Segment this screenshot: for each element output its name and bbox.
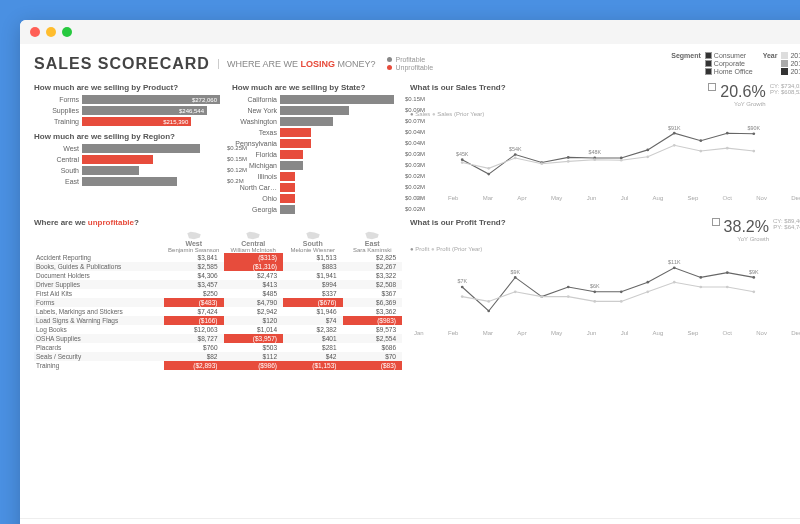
table-row[interactable]: Driver Supplies$3,457$413$994$2,508: [34, 280, 402, 289]
svg-point-49: [673, 281, 676, 284]
table-row[interactable]: Accident Reporting$3,841($313)$1,513$2,8…: [34, 253, 402, 262]
table-column-header[interactable]: EastSara Kaminski: [343, 230, 403, 253]
minimize-icon[interactable]: [46, 27, 56, 37]
bar-row[interactable]: Pennsylvania$0.04M: [232, 139, 402, 148]
profitability-legend: Profitable Unprofitable: [387, 56, 433, 71]
svg-point-17: [593, 158, 596, 161]
svg-point-35: [620, 290, 623, 293]
svg-point-46: [593, 300, 596, 303]
svg-point-9: [699, 139, 702, 142]
segment-filter[interactable]: Segment ConsumerCorporateHome Office: [671, 52, 752, 75]
svg-point-44: [540, 295, 543, 298]
svg-text:$45K: $45K: [456, 151, 469, 157]
svg-point-4: [567, 156, 570, 159]
table-column-header[interactable]: SouthMelonie Wiesner: [283, 230, 343, 253]
maximize-icon[interactable]: [62, 27, 72, 37]
year-filter[interactable]: Year 201220132014: [763, 52, 800, 75]
svg-text:$9K: $9K: [749, 269, 759, 275]
bar-row[interactable]: West$0.25M: [34, 144, 224, 153]
svg-point-34: [593, 290, 596, 293]
year-option[interactable]: 2013: [781, 60, 800, 67]
bar-row[interactable]: Forms$272,060: [34, 95, 224, 104]
svg-text:$9K: $9K: [510, 269, 520, 275]
svg-point-40: [752, 276, 755, 279]
table-row[interactable]: Seals / Security$82$112$42$70: [34, 352, 402, 361]
bar-row[interactable]: Supplies$246,544: [34, 106, 224, 115]
report-title: SALES SCORECARD: [34, 55, 210, 73]
table-column-header[interactable]: CentralWilliam McIntosh: [224, 230, 284, 253]
bar-row[interactable]: Ohio$0.02M: [232, 194, 402, 203]
bar-row[interactable]: New York$0.09M: [232, 106, 402, 115]
svg-point-1: [487, 173, 490, 176]
table-row[interactable]: OSHA Supplies$8,727($3,957)$401$2,554: [34, 334, 402, 343]
svg-text:$90K: $90K: [748, 125, 761, 131]
bar-row[interactable]: Training$215,390: [34, 117, 224, 126]
bar-row[interactable]: East$0.2M: [34, 177, 224, 186]
bar-row[interactable]: Illinois$0.02M: [232, 172, 402, 181]
svg-point-45: [567, 295, 570, 298]
svg-point-31: [514, 276, 517, 279]
bar-row[interactable]: Michigan$0.03M: [232, 161, 402, 170]
bar-row[interactable]: North Car…$0.02M: [232, 183, 402, 192]
profit-trend-chart[interactable]: What is our Profit Trend? 38.2% YoY Grow…: [410, 218, 800, 510]
table-row[interactable]: Forms($483)$4,790($676)$6,369: [34, 298, 402, 307]
svg-point-33: [567, 286, 570, 289]
table-row[interactable]: Placards$760$503$281$686: [34, 343, 402, 352]
state-chart[interactable]: How much are we selling by State? Califo…: [232, 83, 402, 214]
table-row[interactable]: First Aid Kits$250$485$337$367: [34, 289, 402, 298]
svg-point-41: [461, 295, 464, 298]
svg-point-6: [620, 157, 623, 160]
svg-point-10: [726, 132, 729, 135]
bar-row[interactable]: Central$0.15M: [34, 155, 224, 164]
svg-point-42: [487, 300, 490, 303]
svg-point-0: [461, 158, 464, 161]
bar-row[interactable]: South$0.12M: [34, 166, 224, 175]
segment-option[interactable]: Consumer: [705, 52, 753, 59]
svg-point-2: [514, 153, 517, 156]
year-option[interactable]: 2012: [781, 52, 800, 59]
svg-point-36: [646, 281, 649, 284]
svg-point-18: [620, 159, 623, 162]
table-row[interactable]: Log Books$12,063$1,014$2,382$9,573: [34, 325, 402, 334]
svg-point-39: [726, 271, 729, 274]
svg-text:$54K: $54K: [509, 146, 522, 152]
svg-point-23: [752, 150, 755, 153]
svg-point-52: [752, 290, 755, 293]
unprofitable-table[interactable]: Where are we unprofitable? WestBenjamin …: [34, 218, 402, 510]
svg-point-15: [540, 162, 543, 165]
bar-row[interactable]: Georgia$0.02M: [232, 205, 402, 214]
bar-row[interactable]: Washington$0.07M: [232, 117, 402, 126]
svg-point-8: [673, 132, 676, 135]
table-row[interactable]: Document Holders$4,306$2,473$1,941$3,322: [34, 271, 402, 280]
segment-option[interactable]: Corporate: [705, 60, 753, 67]
bar-row[interactable]: Florida$0.03M: [232, 150, 402, 159]
footer: Microsoft Power BI: [20, 518, 800, 524]
sales-growth-kpi: 20.6%: [720, 83, 765, 101]
svg-text:$6K: $6K: [590, 283, 600, 289]
svg-point-50: [699, 286, 702, 289]
table-row[interactable]: Load Signs & Warning Flags($166)$120$74(…: [34, 316, 402, 325]
region-chart[interactable]: How much are we selling by Region? West$…: [34, 132, 224, 186]
table-column-header[interactable]: WestBenjamin Swanson: [164, 230, 224, 253]
svg-point-7: [646, 149, 649, 152]
svg-point-43: [514, 290, 517, 293]
bar-row[interactable]: Texas$0.04M: [232, 128, 402, 137]
segment-option[interactable]: Home Office: [705, 68, 753, 75]
svg-point-16: [567, 160, 570, 163]
svg-point-22: [726, 147, 729, 150]
svg-point-19: [646, 155, 649, 158]
table-row[interactable]: Books, Guides & Publications$2,585($1,31…: [34, 262, 402, 271]
svg-point-21: [699, 150, 702, 153]
table-row[interactable]: Training($2,893)($986)($1,153)($83): [34, 361, 402, 370]
sales-trend-chart[interactable]: What is our Sales Trend? 20.6% YoY Growt…: [410, 83, 800, 214]
svg-text:$91K: $91K: [668, 125, 681, 131]
bar-row[interactable]: California$0.15M: [232, 95, 402, 104]
svg-point-11: [752, 132, 755, 135]
table-row[interactable]: Labels, Markings and Stickers$7,424$2,94…: [34, 307, 402, 316]
svg-text:$11K: $11K: [668, 259, 681, 265]
square-icon: [712, 218, 720, 226]
year-option[interactable]: 2014: [781, 68, 800, 75]
product-chart[interactable]: How much are we selling by Product? Form…: [34, 83, 224, 126]
profit-growth-kpi: 38.2%: [724, 218, 769, 236]
close-icon[interactable]: [30, 27, 40, 37]
